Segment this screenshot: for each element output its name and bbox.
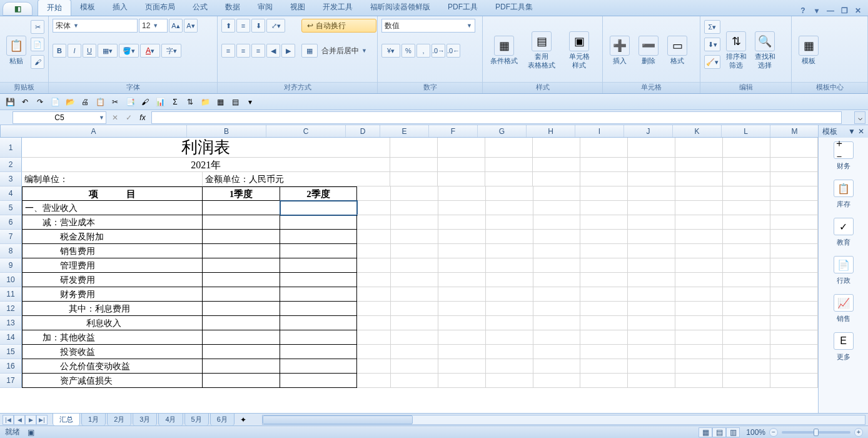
cell[interactable] <box>391 186 438 201</box>
restore-button[interactable]: ❐ <box>839 6 849 16</box>
cell[interactable] <box>580 287 628 302</box>
percent-button[interactable]: % <box>401 44 415 58</box>
cell[interactable] <box>438 215 486 230</box>
sheet-tab[interactable]: 6月 <box>210 413 235 425</box>
first-sheet-button[interactable]: |◀ <box>3 415 14 425</box>
increase-font-button[interactable]: A▴ <box>169 19 183 33</box>
cell[interactable] <box>438 138 485 158</box>
header-cell[interactable]: 2季度 <box>280 186 357 201</box>
cell[interactable] <box>675 330 723 345</box>
cell[interactable] <box>628 287 675 302</box>
accept-formula-button[interactable]: ✓ <box>123 111 135 124</box>
normal-view-button[interactable]: ▦ <box>699 427 712 437</box>
cell[interactable] <box>580 186 628 201</box>
cell[interactable] <box>770 330 818 345</box>
column-header[interactable]: E <box>380 125 429 137</box>
zoom-level[interactable]: 100% <box>746 428 765 437</box>
cell[interactable] <box>770 172 818 186</box>
cell[interactable] <box>628 215 675 230</box>
clear-button[interactable]: 🧹▾ <box>704 55 720 69</box>
data-cell[interactable] <box>280 374 357 388</box>
column-header[interactable]: K <box>673 125 722 137</box>
data-cell[interactable] <box>203 359 280 374</box>
conditional-format-button[interactable]: ▦条件格式 <box>487 19 522 82</box>
row-header[interactable]: 14 <box>0 330 22 345</box>
cell[interactable] <box>533 258 581 273</box>
data-cell[interactable] <box>203 330 280 345</box>
help-icon[interactable]: ? <box>798 6 808 16</box>
cell[interactable] <box>770 374 818 388</box>
cell[interactable] <box>723 158 770 172</box>
cell[interactable] <box>770 359 818 374</box>
minimize-ribbon-icon[interactable]: ▾ <box>812 6 822 16</box>
row-header[interactable]: 11 <box>0 287 22 302</box>
find-select-button[interactable]: 🔍查找和 选择 <box>752 19 778 82</box>
ribbon-tab[interactable]: 模板 <box>71 0 104 16</box>
cell[interactable] <box>438 201 486 215</box>
data-cell[interactable]: 资产减值损失 <box>22 374 203 388</box>
panel-close-icon[interactable]: ✕ <box>858 127 864 136</box>
new-sheet-button[interactable]: ✦ <box>237 414 250 426</box>
data-cell[interactable] <box>280 330 357 345</box>
cell[interactable] <box>533 230 581 244</box>
cell[interactable] <box>357 316 391 330</box>
cell[interactable] <box>675 374 723 388</box>
cell[interactable] <box>486 330 533 345</box>
cell-style-button[interactable]: ▣单元格 样式 <box>562 19 597 82</box>
cell[interactable] <box>723 244 770 258</box>
cell[interactable] <box>675 186 723 201</box>
cell[interactable] <box>580 359 628 374</box>
merge-center-button[interactable]: 合并后居中▼ <box>319 44 376 58</box>
cell[interactable] <box>723 287 770 302</box>
cell[interactable] <box>723 374 770 388</box>
cell[interactable] <box>438 172 485 186</box>
row-header[interactable]: 15 <box>0 345 22 359</box>
cell[interactable] <box>675 201 723 215</box>
cell[interactable] <box>357 273 391 287</box>
cell[interactable] <box>580 316 628 330</box>
qat-more-button[interactable]: ▾ <box>244 96 256 108</box>
ribbon-tab[interactable]: 插入 <box>104 0 136 16</box>
data-cell[interactable]: 管理费用 <box>22 258 203 273</box>
cell[interactable] <box>391 258 438 273</box>
cell[interactable] <box>391 230 438 244</box>
qat-btn16[interactable]: ▤ <box>229 96 241 108</box>
sheet-tab[interactable]: 汇总 <box>53 413 80 425</box>
data-cell[interactable] <box>203 215 280 230</box>
underline-button[interactable]: U <box>83 44 96 58</box>
cell[interactable] <box>533 316 581 330</box>
insert-button[interactable]: ➕插入 <box>607 19 633 82</box>
cell[interactable] <box>357 244 391 258</box>
data-cell[interactable]: 加：其他收益 <box>22 330 203 345</box>
label-cell[interactable]: 金额单位：人民币元 <box>203 172 390 186</box>
qat-print-button[interactable]: 🖨 <box>79 96 91 108</box>
row-header[interactable]: 5 <box>0 201 22 215</box>
cell[interactable] <box>675 138 723 158</box>
number-format-combo[interactable]: 数值▼ <box>381 19 475 33</box>
column-header[interactable]: L <box>722 125 770 137</box>
cell[interactable] <box>628 158 675 172</box>
cell[interactable] <box>486 345 533 359</box>
row-header[interactable]: 7 <box>0 230 22 244</box>
data-cell[interactable] <box>280 302 357 316</box>
cell[interactable] <box>723 316 770 330</box>
cell[interactable] <box>391 374 438 388</box>
cell[interactable] <box>628 138 675 158</box>
cell[interactable] <box>628 359 675 374</box>
cell[interactable] <box>357 186 391 201</box>
close-button[interactable]: ✕ <box>853 6 863 16</box>
cell[interactable] <box>390 158 438 172</box>
data-cell[interactable] <box>203 258 280 273</box>
row-header[interactable]: 17 <box>0 374 22 388</box>
column-header[interactable]: I <box>575 125 624 137</box>
cell[interactable] <box>628 316 675 330</box>
column-header[interactable]: C <box>266 125 346 137</box>
office-button[interactable]: ◧ <box>3 2 33 16</box>
data-cell[interactable] <box>203 230 280 244</box>
template-category[interactable]: ✓教育 <box>834 218 854 247</box>
zoom-thumb[interactable] <box>814 429 819 436</box>
cell[interactable] <box>486 186 533 201</box>
qat-btn8[interactable]: ✂ <box>109 96 121 108</box>
align-center-button[interactable]: ≡ <box>236 44 250 58</box>
cell[interactable] <box>438 186 486 201</box>
